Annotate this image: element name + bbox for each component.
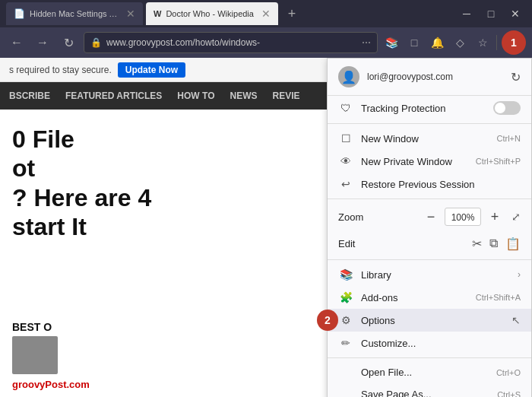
customize-icon: ✏ bbox=[338, 337, 353, 349]
toggle-knob bbox=[495, 103, 505, 113]
thumbnail-image bbox=[12, 336, 58, 374]
main-content: s required to stay secure. Update Now BS… bbox=[0, 58, 532, 397]
browser-window: 📄 Hidden Mac Settings You Ca... ✕ W Doct… bbox=[0, 0, 532, 397]
customize-label: Customize... bbox=[361, 338, 521, 349]
menu-button-area: 1 bbox=[502, 30, 526, 55]
divider-3 bbox=[328, 259, 531, 260]
addons-icon: 🧩 bbox=[338, 291, 353, 303]
update-now-button[interactable]: Update Now bbox=[118, 62, 185, 78]
avatar-icon: 👤 bbox=[341, 70, 356, 84]
tracking-toggle[interactable] bbox=[493, 101, 521, 115]
restore-label: Restore Previous Session bbox=[361, 179, 521, 190]
menu-item-private-window[interactable]: 👁 New Private Window Ctrl+Shift+P bbox=[328, 150, 531, 173]
update-message: s required to stay secure. bbox=[9, 65, 112, 75]
menu-item-save-page[interactable]: Save Page As... Ctrl+S bbox=[328, 383, 531, 397]
dropdown-menu: 👤 lori@groovypost.com ↻ 🛡 Tracking Prote… bbox=[327, 58, 532, 397]
container-icon[interactable]: □ bbox=[405, 33, 423, 52]
menu-item-customize[interactable]: ✏ Customize... bbox=[328, 332, 531, 354]
close-button[interactable]: ✕ bbox=[505, 3, 526, 24]
new-window-shortcut: Ctrl+N bbox=[497, 134, 521, 143]
open-file-label: Open File... bbox=[361, 367, 489, 378]
nav-featured[interactable]: FEATURED ARTICLES bbox=[65, 91, 162, 101]
nav-howto[interactable]: HOW TO bbox=[177, 91, 214, 101]
library-icon[interactable]: 📚 bbox=[382, 33, 401, 52]
back-button[interactable]: ← bbox=[6, 32, 27, 53]
addons-label: Add-ons bbox=[361, 292, 468, 303]
maximize-button[interactable]: □ bbox=[480, 3, 502, 24]
tab1-favicon: 📄 bbox=[14, 8, 25, 19]
url-text: www.groovypost.com/howto/windows- bbox=[106, 37, 357, 48]
nav-reviews[interactable]: REVIE bbox=[272, 91, 299, 101]
tab2-favicon: W bbox=[154, 9, 161, 18]
library-label: Library bbox=[361, 269, 510, 281]
menu-item-open-file[interactable]: Open File... Ctrl+O bbox=[328, 361, 531, 383]
menu-header: 👤 lori@groovypost.com ↻ bbox=[328, 59, 531, 96]
cut-icon[interactable]: ✂ bbox=[472, 237, 482, 251]
menu-item-addons[interactable]: 🧩 Add-ons Ctrl+Shift+A bbox=[328, 286, 531, 309]
new-window-label: New Window bbox=[361, 133, 489, 145]
address-bar[interactable]: 🔒 www.groovypost.com/howto/windows- ⋯ bbox=[84, 32, 378, 53]
zoom-increase-button[interactable]: + bbox=[486, 208, 504, 226]
page-action-icon: ⋯ bbox=[362, 37, 371, 48]
toolbar-icons: 📚 □ 🔔 ◇ ☆ 1 bbox=[382, 30, 526, 55]
menu-item-new-window[interactable]: ☐ New Window Ctrl+N bbox=[328, 127, 531, 150]
tracking-icon: 🛡 bbox=[338, 102, 353, 114]
divider-4 bbox=[328, 357, 531, 358]
tab2-title: Doctor Who - Wikipedia bbox=[166, 9, 254, 18]
library-arrow-icon: › bbox=[518, 269, 521, 280]
options-label: Options bbox=[361, 315, 501, 326]
groovy-logo: groovyPost.com bbox=[12, 377, 193, 391]
step2-badge-label: 2 bbox=[325, 314, 331, 326]
menu-item-restore[interactable]: ↩ Restore Previous Session bbox=[328, 173, 531, 195]
tab-doctor-who[interactable]: W Doctor Who - Wikipedia ✕ bbox=[146, 2, 278, 25]
step2-badge: 2 bbox=[317, 310, 338, 331]
zoom-label: Zoom bbox=[338, 211, 417, 223]
sync-button[interactable]: ↻ bbox=[511, 70, 521, 84]
new-window-icon: ☐ bbox=[338, 132, 353, 145]
window-controls: ─ □ ✕ bbox=[456, 3, 526, 24]
notifications-icon[interactable]: 🔔 bbox=[428, 33, 446, 52]
tab1-close[interactable]: ✕ bbox=[126, 8, 135, 20]
menu-item-tracking[interactable]: 🛡 Tracking Protection bbox=[328, 96, 531, 120]
private-window-shortcut: Ctrl+Shift+P bbox=[476, 157, 521, 166]
nav-subscribe[interactable]: BSCRIBE bbox=[9, 91, 50, 101]
menu-avatar: 👤 bbox=[338, 66, 359, 87]
menu-item-options[interactable]: 2 ⚙ Options ↖ bbox=[328, 309, 531, 332]
zoom-fullscreen-icon[interactable]: ⤢ bbox=[511, 211, 521, 223]
new-tab-button[interactable]: + bbox=[281, 3, 302, 24]
tab1-title: Hidden Mac Settings You Ca... bbox=[30, 9, 119, 18]
security-icon: 🔒 bbox=[90, 37, 102, 48]
copy-icon[interactable]: ⧉ bbox=[489, 237, 498, 251]
cursor-icon: ↖ bbox=[511, 314, 521, 326]
hamburger-menu-button[interactable]: 1 bbox=[502, 30, 526, 55]
private-window-label: New Private Window bbox=[361, 156, 468, 167]
forward-button[interactable]: → bbox=[32, 32, 53, 53]
restore-icon: ↩ bbox=[338, 178, 353, 190]
menu-item-zoom: Zoom − 100% + ⤢ bbox=[328, 202, 531, 231]
bookmark-icon[interactable]: ☆ bbox=[473, 33, 492, 52]
open-file-shortcut: Ctrl+O bbox=[496, 368, 521, 377]
options-icon: ⚙ bbox=[338, 314, 353, 326]
page-footer: BEST O groovyPost.com bbox=[0, 315, 205, 397]
best-of-label: BEST O bbox=[12, 321, 193, 333]
zoom-value: 100% bbox=[445, 208, 481, 226]
pocket-icon[interactable]: ◇ bbox=[451, 33, 469, 52]
edit-icons: ✂ ⧉ 📋 bbox=[472, 237, 521, 251]
nav-news[interactable]: NEWS bbox=[230, 91, 257, 101]
title-bar: 📄 Hidden Mac Settings You Ca... ✕ W Doct… bbox=[0, 0, 532, 27]
addons-shortcut: Ctrl+Shift+A bbox=[476, 293, 521, 302]
library-menu-icon: 📚 bbox=[338, 268, 353, 281]
divider-2 bbox=[328, 198, 531, 199]
tab-hidden-mac[interactable]: 📄 Hidden Mac Settings You Ca... ✕ bbox=[6, 2, 143, 25]
separator bbox=[496, 35, 497, 50]
reload-button[interactable]: ↻ bbox=[58, 32, 79, 53]
zoom-decrease-button[interactable]: − bbox=[422, 208, 440, 226]
step1-badge-label: 1 bbox=[511, 37, 517, 49]
tab2-close[interactable]: ✕ bbox=[261, 8, 271, 20]
edit-label: Edit bbox=[338, 238, 467, 249]
divider-1 bbox=[328, 123, 531, 124]
paste-icon[interactable]: 📋 bbox=[505, 237, 521, 251]
minimize-button[interactable]: ─ bbox=[456, 3, 477, 24]
menu-item-library[interactable]: 📚 Library › bbox=[328, 263, 531, 286]
nav-bar: ← → ↻ 🔒 www.groovypost.com/howto/windows… bbox=[0, 27, 532, 58]
